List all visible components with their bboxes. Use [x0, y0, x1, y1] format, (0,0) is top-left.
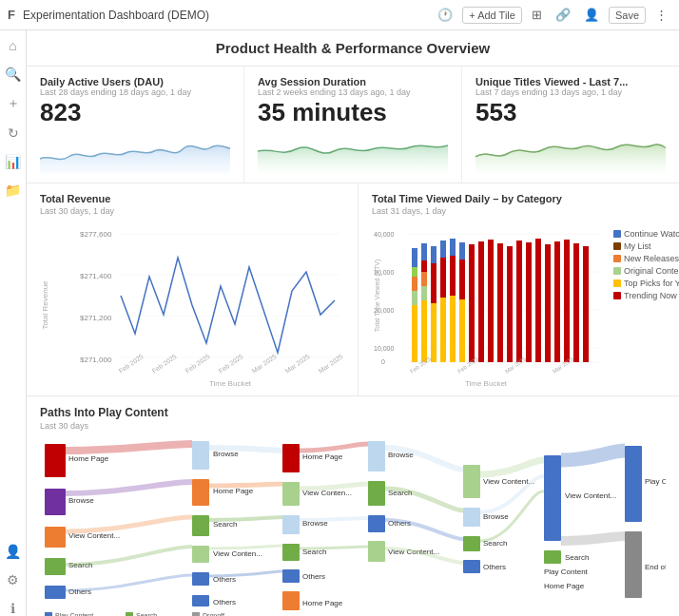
svg-rect-34	[421, 300, 427, 362]
svg-rect-87	[192, 572, 209, 586]
time-viewed-chart-panel: Total Time Viewed Daily – by Category La…	[359, 183, 679, 395]
dashboard-title-bar: Experimentation Dashboard (DEMO)	[23, 9, 434, 22]
svg-rect-40	[431, 246, 436, 263]
svg-rect-109	[368, 541, 385, 562]
svg-rect-99	[282, 569, 300, 583]
svg-rect-115	[463, 536, 480, 551]
revenue-chart-sublabel: Last 30 days, 1 day	[40, 206, 344, 216]
svg-rect-123	[625, 446, 642, 522]
svg-text:Play Content: Play Content	[544, 568, 589, 576]
time-viewed-chart-sublabel: Last 31 days, 1 day	[372, 206, 679, 216]
svg-text:Dropoff: Dropoff	[203, 612, 224, 616]
legend-mylist: My List	[613, 241, 679, 251]
svg-text:Search: Search	[136, 612, 157, 616]
svg-rect-69	[45, 444, 66, 477]
svg-rect-71	[45, 489, 66, 515]
chart-icon[interactable]: 📊	[5, 154, 21, 169]
svg-rect-57	[535, 239, 541, 362]
svg-rect-43	[440, 241, 446, 258]
svg-text:0: 0	[381, 358, 385, 365]
revenue-chart-title: Total Revenue	[40, 193, 344, 204]
kpi-titles-value: 553	[475, 99, 666, 126]
link-icon[interactable]: 🔗	[552, 6, 574, 24]
svg-rect-45	[450, 296, 456, 362]
svg-text:Time Bucket: Time Bucket	[209, 379, 252, 386]
home-icon[interactable]: ⌂	[9, 38, 16, 53]
sankey-title: Paths Into Play Content	[40, 406, 666, 419]
svg-rect-131	[192, 612, 200, 616]
svg-text:Search: Search	[565, 553, 589, 562]
kpi-titles-label: Unique Titles Viewed - Last 7...	[475, 76, 666, 87]
svg-rect-37	[421, 243, 427, 260]
svg-text:View Conten...: View Conten...	[213, 549, 262, 558]
clock-icon[interactable]: 🕐	[434, 6, 456, 24]
kpi-dau-chart	[40, 130, 230, 173]
svg-text:Others: Others	[483, 563, 506, 571]
svg-rect-93	[282, 482, 300, 506]
time-viewed-chart-title: Total Time Viewed Daily – by Category	[372, 193, 679, 204]
settings-icon[interactable]: ⚙	[7, 572, 19, 587]
person-icon[interactable]: 👤	[5, 544, 21, 559]
grid-icon[interactable]: ⊞	[528, 6, 546, 24]
svg-rect-85	[192, 546, 209, 563]
kpi-titles: Unique Titles Viewed - Last 7... Last 7 …	[462, 67, 679, 183]
svg-rect-75	[45, 558, 66, 575]
search-icon[interactable]: 🔍	[5, 67, 21, 82]
legend-newrel: New Releases	[613, 254, 679, 263]
svg-rect-89	[192, 595, 209, 606]
svg-rect-83	[192, 515, 209, 536]
svg-rect-119	[544, 455, 561, 541]
legend-continue: Continue Watching	[613, 229, 679, 239]
kpi-titles-chart	[475, 130, 666, 173]
folder-icon[interactable]: 📁	[5, 183, 21, 198]
svg-text:Home Page: Home Page	[302, 599, 343, 607]
kpi-titles-sublabel: Last 7 days ending 13 days ago, 1 day	[475, 87, 666, 97]
svg-rect-54	[507, 246, 513, 362]
add-tile-button[interactable]: + Add Tile	[462, 7, 522, 24]
plus-icon[interactable]: ＋	[7, 95, 20, 112]
save-button[interactable]: Save	[609, 7, 646, 24]
info-icon[interactable]: ℹ	[10, 601, 15, 616]
svg-rect-61	[573, 243, 579, 362]
svg-rect-56	[526, 242, 532, 362]
svg-text:Time Bucket: Time Bucket	[465, 379, 508, 386]
svg-rect-50	[469, 244, 475, 362]
kpi-session-sublabel: Last 2 weeks ending 13 days ago, 1 day	[258, 87, 448, 97]
dashboard-main-title: Product Health & Performance Overview	[27, 30, 679, 67]
svg-rect-49	[459, 242, 465, 260]
user-icon[interactable]: 👤	[580, 6, 603, 24]
svg-text:Home Page: Home Page	[68, 454, 109, 463]
svg-rect-107	[368, 515, 385, 532]
svg-rect-53	[497, 243, 503, 362]
time-viewed-svg: 40,000 30,000 20,000 10,000 0	[372, 220, 610, 386]
svg-rect-105	[368, 481, 385, 506]
more-icon[interactable]: ⋮	[651, 6, 671, 24]
svg-text:Feb 2025: Feb 2025	[118, 353, 145, 375]
svg-text:$277,600: $277,600	[80, 230, 112, 239]
svg-rect-125	[625, 531, 642, 598]
legend-trending: Trending Now	[613, 291, 679, 300]
svg-rect-81	[192, 479, 209, 506]
svg-text:Feb 2025: Feb 2025	[218, 353, 244, 375]
svg-rect-60	[564, 240, 570, 362]
app-logo: F	[8, 8, 15, 22]
svg-text:Others: Others	[302, 572, 325, 581]
sankey-section: Paths Into Play Content Last 30 days Hom…	[27, 396, 679, 616]
svg-text:$271,000: $271,000	[80, 356, 112, 364]
revenue-chart-panel: Total Revenue Last 30 days, 1 day $277,6…	[27, 183, 359, 395]
svg-text:Others: Others	[213, 598, 236, 606]
svg-rect-117	[463, 560, 480, 573]
svg-text:Total Time Viewed (TTV): Total Time Viewed (TTV)	[374, 259, 381, 332]
refresh-icon[interactable]: ↻	[8, 125, 19, 141]
svg-rect-30	[412, 277, 417, 291]
svg-rect-103	[368, 441, 385, 472]
kpi-dau-label: Daily Active Users (DAU)	[40, 76, 230, 87]
svg-rect-91	[282, 444, 300, 472]
svg-rect-121	[544, 550, 561, 564]
svg-rect-101	[282, 591, 300, 610]
svg-rect-29	[412, 291, 417, 305]
svg-rect-77	[45, 586, 66, 599]
top-bar: F Experimentation Dashboard (DEMO) 🕐 + A…	[0, 0, 679, 30]
svg-rect-129	[126, 612, 133, 616]
svg-text:Play Content: Play Content	[55, 612, 93, 616]
